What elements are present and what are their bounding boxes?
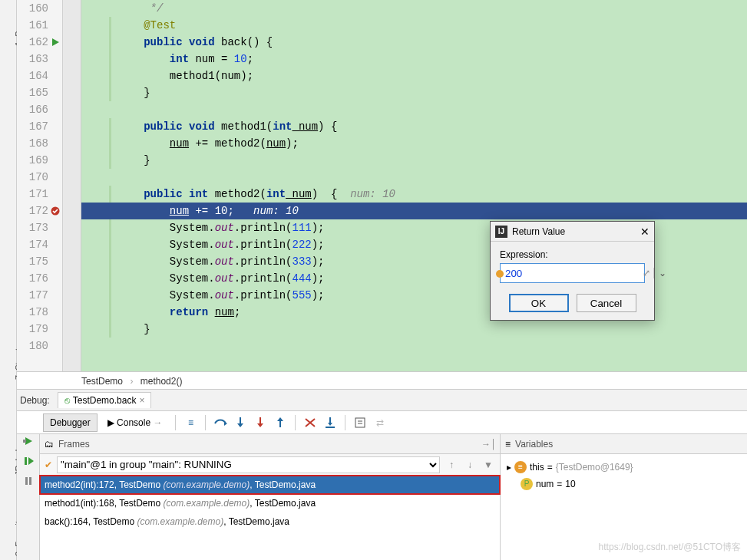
code-text: );	[312, 255, 325, 268]
step-out-button[interactable]	[272, 414, 289, 431]
crumb-method[interactable]: method2()	[140, 376, 183, 387]
line-num: 178	[17, 304, 62, 321]
code-text: System.	[170, 255, 215, 268]
svg-marker-15	[277, 417, 283, 421]
stack-frame[interactable]: method1(int):168, TestDemo (com.example.…	[40, 494, 500, 512]
variable-row[interactable]: ▸ ≡ this = {TestDemo@1649}	[507, 459, 741, 476]
filter-icon[interactable]: ▼	[481, 460, 495, 470]
next-frame-button[interactable]: ↓	[463, 460, 477, 470]
chevron-down-icon[interactable]: ⌄	[653, 268, 671, 278]
svg-rect-19	[355, 418, 365, 427]
debug-tab-bar: Debug: ⎋ TestDemo.back ×	[17, 390, 747, 411]
svg-rect-7	[25, 477, 28, 485]
check-icon: ✔	[45, 460, 52, 470]
param: num	[293, 120, 319, 133]
code-text: .println(	[234, 239, 293, 251]
expand-editor-icon[interactable]: ⤢	[640, 268, 653, 278]
inline-hint: num: 10	[350, 188, 395, 200]
panel-title: Frames	[58, 439, 90, 450]
marker-strip	[63, 0, 81, 371]
line-num: 176	[17, 270, 62, 287]
variable-row[interactable]: P num = 10	[507, 476, 741, 492]
debugger-subtab[interactable]: Debugger	[43, 413, 98, 432]
svg-rect-8	[29, 477, 31, 485]
svg-marker-17	[328, 423, 332, 426]
field: out	[215, 272, 234, 285]
line-num: 177	[17, 287, 62, 304]
code-text: method1(	[215, 120, 273, 133]
stack-frame[interactable]: method2(int):172, TestDemo (com.example.…	[40, 476, 500, 494]
ok-button[interactable]: OK	[509, 294, 569, 312]
force-step-into-button[interactable]	[252, 414, 269, 431]
dialog-titlebar[interactable]: IJ Return Value ✕	[491, 222, 654, 242]
field: out	[215, 222, 234, 234]
stack-frame[interactable]: back():164, TestDemo (com.example.demo),…	[40, 512, 500, 531]
pause-button[interactable]	[21, 474, 35, 488]
code-text: ) {	[318, 120, 337, 133]
restore-layout-icon[interactable]: →│	[481, 439, 495, 450]
expand-icon[interactable]: ▸	[507, 459, 511, 476]
num-literal: 10	[234, 53, 247, 65]
run-gutter-icon[interactable]	[50, 36, 61, 47]
dialog-title: Return Value	[512, 226, 565, 237]
breakpoint-icon[interactable]	[50, 205, 61, 216]
code-text: System.	[170, 289, 215, 301]
trace-button[interactable]: ⇄	[372, 414, 388, 431]
hint-bulb-icon[interactable]	[496, 270, 504, 278]
code-text: );	[286, 137, 299, 150]
close-icon[interactable]: ×	[139, 395, 144, 406]
code-text: );	[312, 272, 325, 285]
kw: int	[189, 188, 208, 200]
kw: void	[189, 36, 215, 48]
code-text: .println(	[234, 255, 293, 268]
svg-rect-5	[25, 457, 27, 465]
field: out	[215, 239, 234, 251]
field: out	[215, 255, 234, 268]
breadcrumb[interactable]: TestDemo › method2()	[17, 371, 747, 390]
step-over-button[interactable]	[212, 414, 229, 431]
step-into-button[interactable]	[232, 414, 249, 431]
line-num: 171	[17, 186, 62, 203]
drop-frame-button[interactable]	[302, 414, 319, 431]
object-icon: ≡	[514, 461, 527, 473]
watermark: https://blog.csdn.net/@51CTO博客	[599, 541, 741, 554]
code-text: System.	[170, 272, 215, 285]
code-text: }	[144, 323, 150, 335]
evaluate-button[interactable]	[352, 414, 369, 431]
expression-input[interactable]	[501, 268, 640, 279]
kw: int	[266, 188, 286, 200]
show-exec-point-button[interactable]: ≡	[182, 414, 199, 431]
debug-session-tab[interactable]: ⎋ TestDemo.back ×	[58, 392, 152, 408]
code-text: += method2(	[189, 137, 266, 150]
tab-label: TestDemo.back	[73, 395, 137, 406]
return-value-dialog: IJ Return Value ✕ Expression: ⤢ ⌄ OK Can…	[490, 221, 655, 321]
prev-frame-button[interactable]: ↑	[445, 460, 458, 470]
thread-select[interactable]: "main"@1 in group "main": RUNNING	[57, 456, 440, 473]
code-text: System.	[170, 239, 215, 251]
frames-icon: 🗂	[45, 439, 54, 450]
variables-icon: ≡	[505, 439, 511, 450]
code-text: back() {	[215, 36, 273, 48]
line-num: 164	[17, 68, 62, 84]
resume-button[interactable]	[21, 454, 35, 468]
line-num: 161	[17, 17, 62, 34]
code-text: */	[92, 2, 163, 15]
svg-marker-13	[257, 423, 263, 427]
close-icon[interactable]: ✕	[640, 226, 649, 238]
cancel-button[interactable]: Cancel	[577, 294, 636, 312]
crumb-class[interactable]: TestDemo	[81, 376, 123, 387]
line-num: 166	[17, 101, 62, 118]
left-tool-strip: 1: Pro... 7: Structure JRebel 2: Favorit…	[0, 0, 17, 560]
call-stack: method2(int):172, TestDemo (com.example.…	[40, 476, 500, 531]
line-num: 173	[17, 219, 62, 236]
line-num: 165	[17, 84, 62, 101]
svg-marker-6	[28, 457, 34, 465]
code-text: }	[144, 154, 150, 166]
expression-label: Expression:	[500, 249, 548, 260]
modify-run-button[interactable]	[21, 434, 35, 448]
test-icon: ⎋	[64, 395, 70, 406]
var-value: {TestDemo@1649}	[556, 459, 633, 476]
console-subtab[interactable]: ▶ Console →	[101, 413, 170, 432]
code-text: ;	[247, 53, 253, 65]
run-to-cursor-button[interactable]	[322, 414, 339, 431]
